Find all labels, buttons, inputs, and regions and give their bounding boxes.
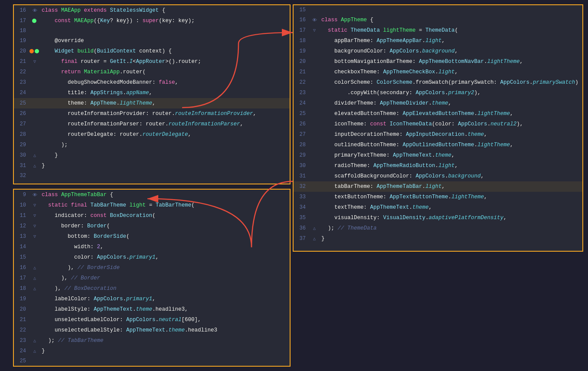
tr-line-19: 19 backgroundColor: AppColors.background… xyxy=(294,46,582,56)
top-left-panel: 16 👁 class MAEApp extends StatelessWidge… xyxy=(13,4,291,184)
code-line-21: 21 ▽ final router = GetIt.I<AppRouter>()… xyxy=(14,56,290,67)
bl-line-14: 14 width: 2, xyxy=(14,242,290,252)
tr-line-34: 34 textTheme: AppThemeText.theme, xyxy=(294,202,582,213)
green-dot-20[interactable] xyxy=(35,49,39,53)
tr-line-22: 22 colorScheme: ColorScheme.fromSwatch(p… xyxy=(294,77,582,88)
code-line-22: 22 return MaterialApp.router( xyxy=(14,67,290,77)
code-line-32: 32 xyxy=(14,171,290,181)
tr-line-33: 33 textButtonTheme: AppTextButtonTheme.l… xyxy=(294,192,582,202)
bl-line-21: 21 unselectedLabelColor: AppColors.neutr… xyxy=(14,315,290,325)
top-right-panel: 15 16 👁 class AppTheme { 17 ▽ static The… xyxy=(293,4,583,252)
code-line-24: 24 title: AppStrings.appName, xyxy=(14,88,290,98)
tr-line-36: 36 △ ); // ThemeData xyxy=(294,223,582,233)
tr-line-23: 23 .copyWith(secondary: AppColors.primar… xyxy=(294,88,582,98)
eye-icon-tr16[interactable]: 👁 xyxy=(312,17,317,23)
bl-line-19: 19 labelColor: AppColors.primary1, xyxy=(14,294,290,304)
code-line-19: 19 @override xyxy=(14,36,290,46)
bl-line-22: 22 unselectedLabelStyle: AppThemeText.th… xyxy=(14,325,290,335)
bl-line-16: 16 △ ), // BorderSide xyxy=(14,263,290,273)
code-line-29: 29 ); xyxy=(14,140,290,150)
bl-line-10: 10 ▽ static final TabBarTheme light = Ta… xyxy=(14,200,290,210)
tr-line-21: 21 checkboxTheme: AppThemeCheckBox.light… xyxy=(294,67,582,77)
tr-line-18: 18 appBarTheme: AppThemeAppBar.light, xyxy=(294,36,582,46)
tr-line-28: 28 outlinedButtonTheme: AppOutlinedButto… xyxy=(294,140,582,150)
code-line-25: 25 theme: AppTheme.lightTheme, xyxy=(14,98,290,108)
bl-line-25: 25 xyxy=(14,356,290,366)
bottom-left-panel: 9 👁 class AppThemeTabBar { 10 ▽ static f… xyxy=(13,189,291,367)
tr-line-16: 16 👁 class AppTheme { xyxy=(294,15,582,25)
code-line-30: 30 △ } xyxy=(14,150,290,161)
tr-line-29: 29 primaryTextTheme: AppThemeText.theme, xyxy=(294,150,582,161)
bl-line-15: 15 color: AppColors.primary1, xyxy=(14,252,290,263)
code-line-20: 20 Widget build(BuildContext context) { xyxy=(14,46,290,56)
bl-line-20: 20 labelStyle: AppThemeText.theme.headli… xyxy=(14,304,290,315)
bl-line-17: 17 △ ), // Border xyxy=(14,273,290,283)
bl-line-13: 13 ▽ bottom: BorderSide( xyxy=(14,231,290,242)
tr-line-27: 27 inputDecorationTheme: AppInputDecorat… xyxy=(294,129,582,140)
tr-line-37: 37 △ } xyxy=(294,233,582,244)
tr-line-24: 24 dividerTheme: AppThemeDivider.theme, xyxy=(294,98,582,108)
eye-icon[interactable]: 👁 xyxy=(33,8,37,13)
bl-line-12: 12 ▽ border: Border( xyxy=(14,221,290,231)
eye-icon-bl9[interactable]: 👁 xyxy=(33,192,37,198)
code-line-16: 16 👁 class MAEApp extends StatelessWidge… xyxy=(14,5,290,16)
bl-line-9: 9 👁 class AppThemeTabBar { xyxy=(14,190,290,200)
tr-line-31: 31 scaffoldBackgroundColor: AppColors.ba… xyxy=(294,171,582,181)
tr-line-17: 17 ▽ static ThemeData lightTheme = Theme… xyxy=(294,25,582,36)
code-line-17: 17 const MAEApp({Key? key}) : super(key:… xyxy=(14,16,290,26)
tr-line-26: 26 iconTheme: const IconThemeData(color:… xyxy=(294,119,582,129)
code-line-28: 28 routerDelegate: router.routerDelegate… xyxy=(14,129,290,140)
bl-line-11: 11 ▽ indicator: const BoxDecoration( xyxy=(14,210,290,221)
bl-line-18: 18 △ ), // BoxDecoration xyxy=(14,283,290,294)
tr-line-25: 25 elevatedButtonTheme: AppElevatedButto… xyxy=(294,108,582,119)
code-line-23: 23 debugShowCheckedModeBanner: false, xyxy=(14,77,290,88)
code-line-26: 26 routeInformationProvider: router.rout… xyxy=(14,108,290,119)
bl-line-24: 24 △ } xyxy=(14,346,290,356)
breakpoint-dot[interactable] xyxy=(32,19,36,23)
tr-line-32: 32 tabBarTheme: AppThemeTabBar.light, xyxy=(294,181,582,192)
tr-line-15: 15 xyxy=(294,5,582,15)
tr-line-30: 30 radioTheme: AppThemeRadioButton.light… xyxy=(294,161,582,171)
bl-line-23: 23 △ ); // TabBarTheme xyxy=(14,335,290,346)
tr-line-35: 35 visualDensity: VisualDensity.adaptive… xyxy=(294,213,582,223)
code-line-27: 27 routeInformationParser: router.routeI… xyxy=(14,119,290,129)
tr-line-20: 20 bottomNavigationBarTheme: AppThemeBot… xyxy=(294,56,582,67)
code-line-18: 18 xyxy=(14,26,290,36)
code-line-31: 31 △ } xyxy=(14,161,290,171)
